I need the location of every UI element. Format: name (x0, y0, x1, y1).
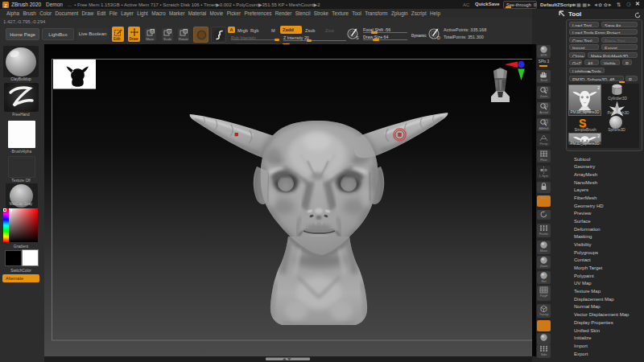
svg-text:D: D (437, 35, 440, 40)
svg-text:R: R (184, 29, 187, 33)
svg-text:S: S (356, 35, 359, 40)
svg-text:M: M (151, 29, 154, 33)
svg-text:S: S (168, 29, 171, 33)
svg-text:Z: Z (4, 3, 7, 8)
